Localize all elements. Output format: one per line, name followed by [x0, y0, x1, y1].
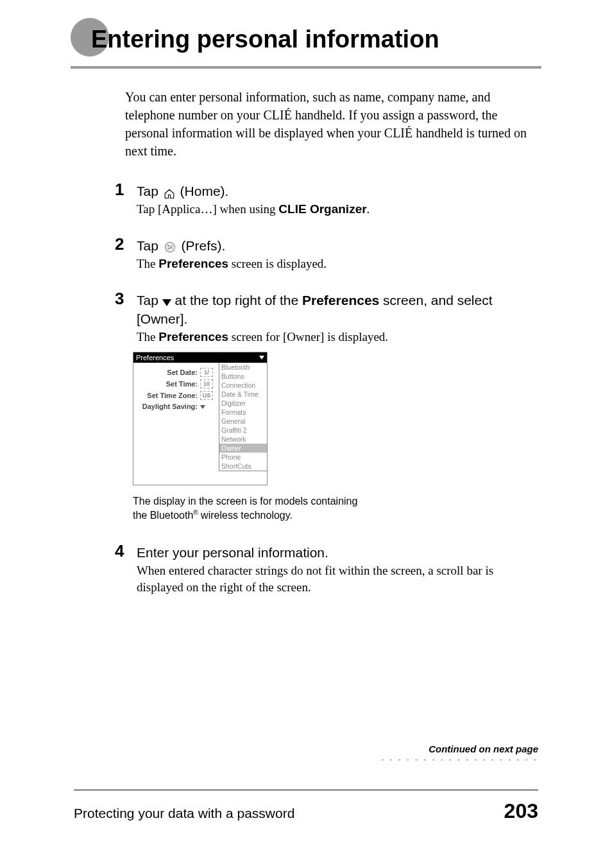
step-1-sub-post: . [367, 202, 370, 216]
svg-marker-7 [162, 299, 171, 306]
dropdown-item: Network [219, 435, 267, 444]
continued-dots: • • • • • • • • • • • • • • • • • • • [381, 756, 538, 765]
prefs-dropdown-menu: BluetoothButtonsConnectionDate & TimeDig… [219, 363, 267, 471]
continued-notice: Continued on next page • • • • • • • • •… [381, 743, 538, 765]
step-1-sub-bold: CLIE Organizer [278, 202, 366, 216]
step-3-sub-post: screen for [Owner] is displayed. [228, 330, 388, 343]
step-1-main-pre: Tap [137, 184, 162, 198]
step-3-main-bold: Preferences [302, 293, 379, 308]
step-2-main-post: (Prefs). [182, 238, 226, 253]
page-title: Entering personal information [71, 26, 541, 65]
step-3-sub: The Preferences screen for [Owner] is di… [137, 329, 538, 345]
step-2-main-pre: Tap [137, 238, 162, 253]
prefs-val-date: 1/ [200, 368, 213, 377]
step-number-1: 1 [115, 180, 124, 200]
step-number-2: 2 [115, 234, 124, 254]
step-3-sub-pre: The [137, 330, 158, 343]
intro-paragraph: You can enter personal information, such… [125, 88, 538, 160]
svg-point-5 [170, 247, 172, 248]
prefs-label-time: Set Time: [136, 380, 200, 388]
dropdown-item: General [219, 417, 267, 426]
dropdown-item: Bluetooth [219, 363, 267, 372]
step-2-sub-bold: Preferences [158, 257, 228, 270]
svg-point-4 [167, 245, 169, 247]
svg-point-6 [168, 248, 170, 250]
prefs-label-date: Set Date: [136, 369, 200, 376]
step-4-main: Enter your personal information. [137, 544, 538, 561]
dropdown-item: Phone [219, 453, 267, 462]
step-1-sub: Tap [Applica…] when using CLIE Organizer… [137, 201, 538, 218]
step-1: 1 Tap (Home). Tap [Applica…] when using … [125, 182, 538, 218]
ds-dropdown-arrow [200, 403, 205, 410]
dropdown-item: Graffiti 2 [219, 426, 267, 435]
continued-text: Continued on next page [381, 743, 538, 754]
step-4-sub: When entered character strings do not fi… [137, 562, 538, 595]
prefs-label-tz: Set Time Zone: [136, 392, 200, 399]
preferences-screenshot: Preferences Set Date: 1/ Set Time: 10 [133, 352, 268, 485]
screenshot-titlebar: Preferences [133, 352, 267, 363]
dropdown-item: ShortCuts [219, 462, 267, 471]
dropdown-item: Buttons [219, 372, 267, 381]
dropdown-item: Connection [219, 381, 267, 390]
prefs-val-tz: US [200, 391, 213, 400]
step-3-main-mid: at the top right of the [171, 293, 302, 308]
step-1-main: Tap (Home). [137, 182, 538, 200]
prefs-label-ds: Daylight Saving: [136, 403, 200, 410]
prefs-icon [164, 240, 176, 253]
step-2-sub: The Preferences screen is displayed. [137, 256, 538, 272]
caption-line2-pre: the Bluetooth [133, 510, 193, 521]
step-3-sub-bold: Preferences [158, 330, 228, 343]
dropdown-item: Formats [219, 408, 267, 417]
step-3-main-pre: Tap [137, 293, 162, 308]
step-2-sub-post: screen is displayed. [228, 257, 327, 270]
step-2-main: Tap (Prefs). [137, 237, 538, 254]
step-3: 3 Tap at the top right of the Preference… [125, 291, 538, 523]
caption-line2-post: wireless technology. [198, 510, 293, 521]
svg-marker-8 [200, 405, 205, 409]
step-2: 2 Tap (Prefs). The Preferences screen is… [125, 237, 538, 272]
dropdown-item: Date & Time [219, 390, 267, 399]
step-number-3: 3 [115, 289, 124, 309]
header-underline [71, 66, 541, 69]
step-number-4: 4 [115, 541, 124, 561]
prefs-val-time: 10 [200, 379, 213, 388]
step-3-main: Tap at the top right of the Preferences … [137, 291, 538, 327]
screenshot-caption: The display in the screen is for models … [133, 494, 538, 523]
down-triangle-icon [162, 293, 171, 310]
dropdown-item: Digitizer [219, 399, 267, 408]
dropdown-arrow-icon [259, 356, 264, 360]
dropdown-item: Owner [219, 444, 267, 453]
step-4: 4 Enter your personal information. When … [125, 544, 538, 596]
registered-symbol: ® [193, 509, 198, 516]
home-icon [164, 186, 175, 198]
step-1-main-post: (Home). [180, 184, 229, 198]
caption-line1: The display in the screen is for models … [133, 496, 357, 507]
page-footer: Protecting your data with a password 203 [74, 790, 538, 823]
step-1-sub-pre: Tap [Applica…] when using [137, 202, 278, 216]
footer-page-number: 203 [504, 799, 538, 823]
screenshot-title: Preferences [136, 354, 174, 361]
footer-section-title: Protecting your data with a password [74, 806, 294, 821]
step-2-sub-pre: The [137, 257, 158, 270]
